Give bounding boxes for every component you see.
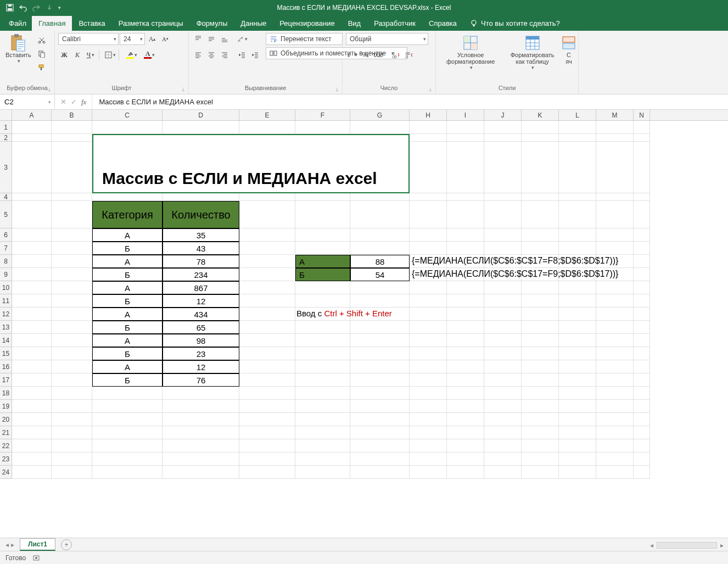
- cell[interactable]: [295, 228, 350, 242]
- cell[interactable]: [559, 228, 596, 242]
- cell[interactable]: [410, 413, 447, 426]
- cell[interactable]: [239, 466, 295, 479]
- row-header[interactable]: 21: [0, 426, 12, 439]
- dialog-launcher-icon[interactable]: ⟘: [429, 87, 434, 93]
- cell[interactable]: [596, 413, 634, 426]
- col-header[interactable]: M: [596, 110, 634, 120]
- cell[interactable]: [350, 373, 410, 387]
- cell[interactable]: [596, 134, 634, 142]
- cell[interactable]: [559, 142, 596, 193]
- save-icon[interactable]: [5, 3, 14, 12]
- table-cell-qty[interactable]: 434: [163, 308, 239, 321]
- cell[interactable]: [410, 360, 447, 373]
- cell[interactable]: [163, 453, 239, 466]
- cell[interactable]: [12, 308, 52, 321]
- cell[interactable]: [350, 426, 410, 439]
- cell[interactable]: [522, 453, 559, 466]
- cell[interactable]: [12, 466, 52, 479]
- add-sheet-icon[interactable]: +: [61, 539, 72, 550]
- cell[interactable]: [484, 453, 522, 466]
- cell[interactable]: [350, 413, 410, 426]
- cell[interactable]: [350, 439, 410, 453]
- cell[interactable]: [410, 142, 447, 193]
- row-header[interactable]: 5: [0, 201, 12, 228]
- cell[interactable]: [634, 360, 650, 373]
- row-header[interactable]: 17: [0, 373, 12, 387]
- cell[interactable]: [12, 360, 52, 373]
- cell[interactable]: [239, 347, 295, 360]
- cell[interactable]: [52, 268, 92, 281]
- accounting-format-icon[interactable]: ₽▾: [346, 49, 358, 61]
- cell[interactable]: [447, 373, 484, 387]
- cell[interactable]: [559, 281, 596, 294]
- cell[interactable]: [522, 360, 559, 373]
- tab-review[interactable]: Рецензирование: [273, 16, 341, 31]
- cell[interactable]: [295, 347, 350, 360]
- number-format-combo[interactable]: Общий: [346, 33, 428, 45]
- cell[interactable]: [295, 321, 350, 334]
- font-name-combo[interactable]: Calibri: [58, 33, 119, 45]
- cell[interactable]: [410, 228, 447, 242]
- cell[interactable]: [410, 453, 447, 466]
- table-cell-qty[interactable]: 867: [163, 281, 239, 294]
- cell[interactable]: [410, 426, 447, 439]
- col-header[interactable]: G: [350, 110, 410, 120]
- cell[interactable]: [12, 255, 52, 268]
- cell[interactable]: [596, 121, 634, 134]
- cell[interactable]: [410, 308, 447, 321]
- cell[interactable]: [522, 134, 559, 142]
- row-header[interactable]: 10: [0, 281, 12, 294]
- cell[interactable]: [410, 321, 447, 334]
- cell[interactable]: [163, 413, 239, 426]
- row-header[interactable]: 18: [0, 387, 12, 400]
- cell[interactable]: [295, 360, 350, 373]
- cell[interactable]: [559, 134, 596, 142]
- sheet-tab[interactable]: Лист1: [20, 538, 55, 551]
- col-header[interactable]: K: [522, 110, 559, 120]
- cell[interactable]: [12, 347, 52, 360]
- copy-icon[interactable]: [36, 48, 48, 60]
- cell[interactable]: [484, 294, 522, 308]
- cell[interactable]: [634, 201, 650, 228]
- cell[interactable]: [12, 193, 52, 201]
- cell[interactable]: [596, 347, 634, 360]
- cell[interactable]: [239, 426, 295, 439]
- decrease-decimal-icon[interactable]: .00.0: [403, 49, 415, 61]
- cell[interactable]: [239, 453, 295, 466]
- cell[interactable]: [559, 466, 596, 479]
- col-header[interactable]: I: [447, 110, 484, 120]
- cell[interactable]: [239, 201, 295, 228]
- sheet-nav-next-icon[interactable]: ▸: [11, 541, 14, 549]
- cell[interactable]: [559, 294, 596, 308]
- cell[interactable]: [596, 242, 634, 255]
- cell[interactable]: [447, 439, 484, 453]
- row-header[interactable]: 23: [0, 453, 12, 466]
- touch-mode-icon[interactable]: [45, 3, 54, 12]
- cell[interactable]: [634, 121, 650, 134]
- align-center-icon[interactable]: [205, 49, 217, 61]
- formula-display[interactable]: {=МЕДИАНА(ЕСЛИ($C$6:$C$17=F9;$D$6:$D$17)…: [412, 269, 618, 279]
- cell[interactable]: [484, 373, 522, 387]
- formula-input[interactable]: Массив с ЕСЛИ и МЕДИАНА excel: [92, 98, 212, 106]
- align-middle-icon[interactable]: [205, 33, 217, 45]
- result-value-cell[interactable]: 54: [350, 268, 410, 281]
- tab-formulas[interactable]: Формулы: [190, 16, 234, 31]
- cell[interactable]: [52, 360, 92, 373]
- cell[interactable]: [52, 193, 92, 201]
- cell[interactable]: [596, 321, 634, 334]
- cell[interactable]: [410, 193, 447, 201]
- cell[interactable]: [522, 373, 559, 387]
- table-cell-qty[interactable]: 12: [163, 360, 239, 373]
- increase-font-icon[interactable]: A▴: [146, 33, 158, 45]
- format-painter-icon[interactable]: [36, 62, 48, 74]
- row-header[interactable]: 24: [0, 466, 12, 479]
- cell[interactable]: [596, 453, 634, 466]
- cell[interactable]: [239, 321, 295, 334]
- cell[interactable]: [559, 453, 596, 466]
- cell[interactable]: [239, 413, 295, 426]
- row-header[interactable]: 11: [0, 294, 12, 308]
- cell[interactable]: [350, 321, 410, 334]
- cell[interactable]: [484, 308, 522, 321]
- cell[interactable]: [484, 466, 522, 479]
- table-header-cat[interactable]: Категория: [92, 201, 163, 228]
